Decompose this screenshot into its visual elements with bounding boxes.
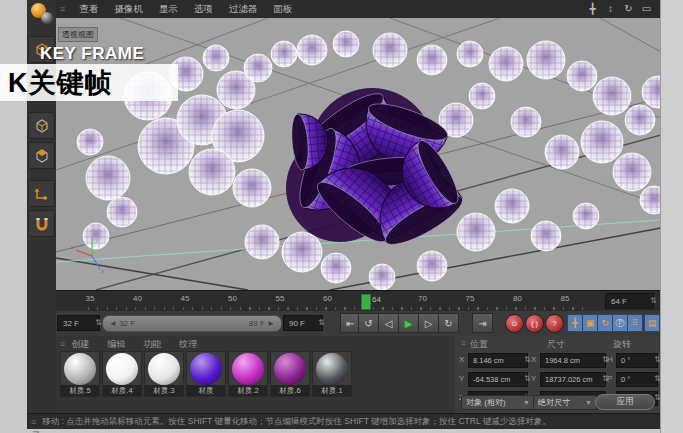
svg-text:x: x (71, 244, 74, 250)
svg-text:z: z (101, 268, 104, 274)
record-keyframe-button[interactable]: ⊙ (505, 314, 524, 333)
app-logo-icon[interactable] (29, 2, 55, 30)
polygon-mode-icon[interactable] (28, 142, 55, 169)
size-mode-dropdown[interactable]: 绝对尺寸 ▼ (533, 395, 597, 410)
overlay-band: K关键帧 (0, 64, 178, 101)
right-frame-strip (660, 0, 683, 433)
material-name: 材质.1 (313, 385, 351, 396)
menu-item[interactable]: 查看 (71, 3, 106, 16)
toggle-view-icon[interactable]: ▭ (640, 2, 653, 15)
rotate-icon[interactable]: ↻ (622, 2, 635, 15)
record-rotation-toggle[interactable]: ↻ (597, 314, 613, 332)
ruler-tick: 70 (418, 294, 427, 303)
material-preview-sphere (106, 353, 138, 385)
next-frame-button[interactable]: ▷ (418, 313, 439, 333)
material-menu-item[interactable]: 纹理 (179, 338, 197, 351)
menu-item[interactable]: 显示 (151, 3, 186, 16)
play-button[interactable]: ▶ (398, 313, 419, 333)
magnet-tool-icon[interactable] (28, 210, 55, 237)
position-field[interactable]: 8.146 cm (468, 353, 528, 368)
range-start-stepper[interactable]: ⇅ (95, 318, 102, 327)
record-position-toggle[interactable]: ╋ (567, 314, 583, 332)
loop-button[interactable]: ↻ (438, 313, 459, 333)
rotation-field[interactable]: 0 ° (616, 372, 658, 387)
ruler-tick: 55 (276, 294, 285, 303)
axis-label: H (607, 355, 613, 364)
preview-range-slider[interactable]: ◄ 32 F 89 F ► (102, 315, 282, 332)
perspective-viewport[interactable]: y x z 透视视图 (56, 18, 661, 290)
ruler-tick: 35 (86, 294, 95, 303)
ruler-tick: 85 (561, 294, 570, 303)
size-field[interactable]: 18737.026 cm (540, 372, 606, 387)
material-name: 材质.6 (271, 385, 309, 396)
axis-tool-icon[interactable] (28, 180, 55, 207)
range-slider-right-label: 89 F ► (249, 319, 275, 328)
timeline-ruler[interactable]: 35404550556070758085 64 64 F ⇅ (56, 290, 661, 313)
material-name: 材质.4 (103, 385, 141, 396)
menu-item[interactable]: 摄像机 (106, 3, 151, 16)
size-header: 尺寸 (547, 338, 565, 351)
material-item[interactable]: 材质.5 (60, 351, 100, 397)
axis-label: P (607, 374, 612, 383)
status-grip-icon: ≡ (31, 417, 36, 427)
current-frame-label: 64 (372, 295, 381, 304)
field-stepper[interactable]: ⇅ (524, 374, 531, 383)
pan-icon[interactable]: ╋ (586, 2, 599, 15)
purple-sphere-cluster (286, 85, 468, 253)
chevron-down-icon: ▼ (585, 399, 592, 406)
prev-frame-button[interactable]: ◁ (378, 313, 399, 333)
size-field[interactable]: 1964.8 cm (540, 353, 606, 368)
menu-grip-icon[interactable]: ≡ (60, 4, 65, 14)
field-stepper[interactable]: ⇅ (524, 355, 531, 364)
menu-item[interactable]: 面板 (265, 3, 300, 16)
ruler-tick: 75 (466, 294, 475, 303)
dolly-icon[interactable]: ↕ (604, 2, 617, 15)
apply-button[interactable]: 应用 (595, 394, 655, 410)
keyframe-help-button[interactable]: ? (545, 314, 564, 333)
menu-item[interactable]: 过滤器 (221, 3, 266, 16)
maxon-label: MAXON (31, 430, 41, 433)
material-menu-item[interactable]: 编辑 (107, 338, 125, 351)
autokey-button[interactable]: ( ) (525, 314, 544, 333)
material-menu-item[interactable]: 创建 (71, 338, 89, 351)
frame-stepper[interactable]: ⇅ (650, 296, 657, 305)
record-scale-toggle[interactable]: ▣ (582, 314, 598, 332)
material-item[interactable]: 材质 (186, 351, 226, 397)
material-preview-sphere (190, 353, 222, 385)
rotation-field[interactable]: 0 ° (616, 353, 658, 368)
position-field[interactable]: -64.538 cm (468, 372, 528, 387)
range-end-field[interactable]: 90 F (283, 315, 323, 331)
playhead[interactable] (361, 294, 371, 310)
record-pla-toggle[interactable]: ⠿ (627, 314, 643, 332)
material-item[interactable]: 材质.2 (228, 351, 268, 397)
material-grip-icon[interactable]: ≡ (60, 339, 65, 349)
axis-label: Y (459, 374, 464, 383)
goto-end-button[interactable]: ⇥ (472, 313, 493, 333)
range-end-stepper[interactable]: ⇅ (318, 318, 325, 327)
coords-grip-icon[interactable]: ≡ (461, 338, 466, 348)
ruler-tick: 40 (133, 294, 142, 303)
material-preview-sphere (316, 353, 348, 385)
keyframe-selection-button[interactable]: ▤ (644, 314, 660, 332)
range-slider-left-label: ◄ 32 F (109, 319, 135, 328)
range-start-field[interactable]: 32 F (57, 315, 100, 331)
material-menu-item[interactable]: 功能 (143, 338, 161, 351)
material-preview-sphere (232, 353, 264, 385)
current-frame-field[interactable]: 64 F (605, 293, 654, 309)
play-backward-button[interactable]: ↺ (358, 313, 379, 333)
record-parameter-toggle[interactable]: Ⓟ (612, 314, 628, 332)
menu-items: 查看摄像机显示选项过滤器面板 (71, 3, 300, 16)
material-item[interactable]: 材质.6 (270, 351, 310, 397)
material-item[interactable]: 材质.4 (102, 351, 142, 397)
coordinates-panel: ≡ 位置 尺寸 旋转 X8.146 cm⇅X1964.8 cm⇅H0 °⇅Y-6… (455, 336, 661, 413)
material-preview-sphere (274, 353, 306, 385)
material-name: 材质.3 (145, 385, 183, 396)
transport-bar: 32 F ⇅ ◄ 32 F 89 F ► 90 F ⇅ ⇤↺◁▶▷↻⇥⊙( )?… (56, 311, 661, 337)
coordinate-row: Y-64.538 cm⇅Y18737.026 cm⇅P0 °⇅ (455, 371, 661, 387)
menu-item[interactable]: 选项 (186, 3, 221, 16)
material-item[interactable]: 材质.3 (144, 351, 184, 397)
viewport-name-label: 透视视图 (58, 27, 98, 42)
material-item[interactable]: 材质.1 (312, 351, 352, 397)
coords-mode-dropdown[interactable]: 对象 (相对) ▼ (461, 395, 535, 410)
edge-mode-icon[interactable] (28, 112, 55, 139)
